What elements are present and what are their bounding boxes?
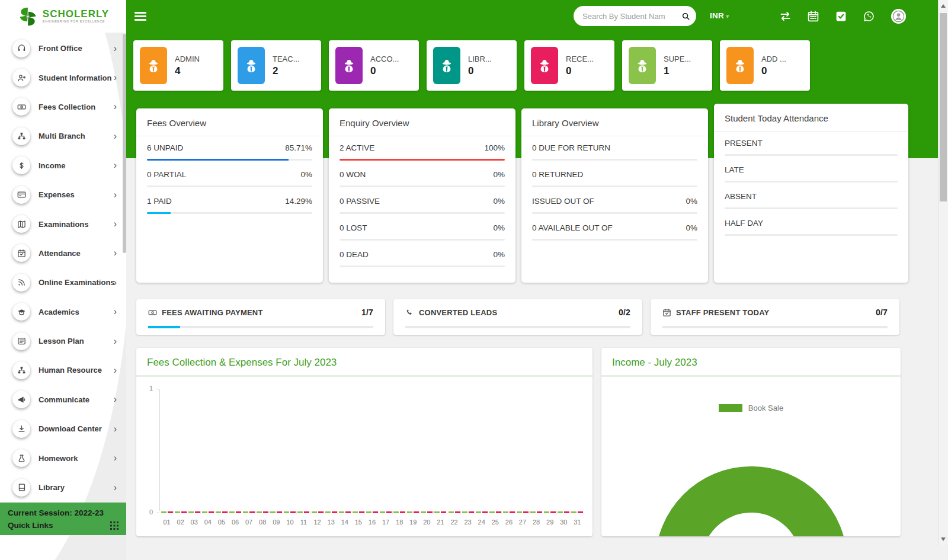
income-chart-card: Income - July 2023 Book Sale (601, 348, 901, 536)
scholerly-logo-icon (17, 6, 39, 27)
menu-icon (12, 69, 30, 87)
sidebar-menu-item[interactable]: Fees Collection (0, 92, 126, 121)
overview-row-item: ISSUED OUT OF0% (532, 190, 697, 216)
tasks-icon[interactable] (835, 10, 847, 23)
zero-value-bars (338, 511, 351, 513)
x-category: 09 (270, 511, 283, 533)
vertical-scrollbar[interactable] (938, 0, 948, 545)
sidebar-scrollbar[interactable] (123, 34, 126, 253)
scroll-up-arrow-icon[interactable] (941, 4, 946, 8)
progress-track (405, 326, 630, 328)
row-label: 0 PARTIAL (147, 170, 186, 179)
scroll-down-arrow-icon[interactable] (941, 537, 946, 541)
sidebar-menu-item[interactable]: Student Information (0, 63, 126, 92)
overview-row-item: 0 PASSIVE0% (340, 190, 505, 216)
stat-card[interactable]: ADMIN 4 (133, 40, 223, 91)
stat-card[interactable]: SUPE... 1 (622, 40, 712, 91)
menu-icon (12, 215, 30, 233)
sidebar-menu-item[interactable]: Income (0, 151, 126, 180)
x-category: 30 (557, 511, 571, 533)
x-tick-label: 18 (393, 519, 406, 526)
x-category: 11 (297, 511, 310, 533)
sidebar-menu-item[interactable]: Online Examinations (0, 268, 126, 297)
sidebar-menu-item[interactable]: Attendance (0, 239, 126, 268)
x-category: 25 (488, 511, 502, 533)
sidebar-menu-item[interactable]: Human Resource (0, 356, 126, 385)
chevron-right-icon (114, 190, 117, 200)
zero-value-bars (502, 511, 515, 513)
role-stat-cards: ADMIN 4 TEAC... 2 ACCO... 0 (133, 40, 810, 91)
x-tick-label: 07 (242, 519, 256, 526)
app-logo[interactable]: SCHOLERLY ENGINEERING FOR EXCELLENCE (0, 0, 126, 33)
sidebar-menu-item[interactable]: Multi Branch (0, 121, 126, 151)
menu-item-label: Examinations (39, 220, 89, 229)
x-tick-label: 17 (379, 519, 393, 526)
donut-slice-book-sale (655, 466, 847, 536)
sidebar-menu-item[interactable]: Academics (0, 297, 126, 327)
sidebar-menu-item[interactable]: Examinations (0, 209, 126, 238)
currency-selector[interactable]: INR▾ (710, 11, 729, 20)
sidebar-menu-item[interactable]: Homework (0, 443, 126, 472)
menu-icon (12, 156, 30, 174)
zero-value-bars (515, 511, 529, 513)
sidebar-menu-item[interactable]: Download Center (0, 414, 126, 443)
stat-label: RECE... (566, 55, 594, 63)
x-category: 28 (530, 511, 543, 533)
menu-icon (12, 332, 30, 350)
row-label: HALF DAY (725, 219, 763, 228)
menu-item-label: Multi Branch (39, 132, 85, 140)
x-category: 27 (515, 511, 529, 533)
y-tick-0: 0 (149, 508, 153, 516)
calendar-icon[interactable] (807, 10, 819, 23)
card-title: Fees Overview (136, 108, 323, 136)
profile-avatar[interactable] (891, 8, 907, 24)
x-tick-label: 24 (475, 519, 488, 526)
x-category: 19 (406, 511, 420, 533)
stat-card[interactable]: LIBR... 0 (427, 40, 517, 91)
chevron-right-icon (114, 366, 117, 375)
stat-card[interactable]: RECE... 0 (524, 40, 614, 91)
hamburger-menu-icon[interactable] (134, 12, 146, 21)
sidebar-menu-item[interactable]: Communicate (0, 385, 126, 414)
kpi-label: CONVERTED LEADS (419, 308, 497, 317)
sidebar-menu-item[interactable]: Front Office (0, 34, 126, 63)
x-tick-label: 08 (256, 519, 270, 526)
stat-card[interactable]: TEAC... 2 (231, 40, 321, 91)
x-tick-label: 25 (488, 519, 502, 526)
stat-card[interactable]: ADD ... 0 (720, 40, 810, 91)
zero-value-bars (228, 511, 242, 513)
card-title: Library Overview (521, 108, 708, 136)
search-icon[interactable] (677, 8, 694, 24)
stat-label: SUPE... (664, 55, 691, 63)
stat-label: ADD ... (761, 55, 786, 63)
quick-links[interactable]: Quick Links (8, 519, 118, 532)
x-category: 03 (187, 511, 201, 533)
stat-value: 1 (664, 65, 691, 77)
overview-row-item: 0 DEAD0% (340, 243, 505, 270)
stat-value: 0 (468, 65, 492, 77)
sidebar-menu-item[interactable]: Expenses (0, 180, 126, 209)
whatsapp-icon[interactable] (863, 10, 875, 23)
row-value: 0% (686, 197, 697, 206)
x-category: 14 (338, 511, 351, 533)
menu-icon (12, 244, 30, 262)
sidebar-menu-item[interactable]: Lesson Plan (0, 327, 126, 356)
x-category: 29 (543, 511, 557, 533)
fees-awaiting-card: FEES AWAITING PAYMENT 1/7 (136, 299, 385, 335)
row-label: 0 LOST (340, 223, 367, 232)
sidebar-menu-item[interactable]: Library (0, 473, 126, 502)
scrollbar-thumb[interactable] (940, 13, 947, 201)
progress-track (340, 159, 505, 161)
bar-chart: 1 0 01 02 03 04 (136, 380, 592, 536)
x-category: 05 (214, 511, 228, 533)
y-axis (159, 389, 160, 511)
exchange-icon[interactable] (779, 10, 792, 23)
sidebar-menu: Front Office Student Information Fees Co… (0, 34, 126, 502)
top-navbar: INR▾ (126, 0, 938, 33)
x-tick-label: 31 (571, 519, 584, 526)
menu-icon (12, 391, 30, 408)
overview-row-item: 0 DUE FOR RETURN (532, 136, 697, 163)
row-value: 0% (493, 197, 505, 206)
stat-card[interactable]: ACCO... 0 (329, 40, 419, 91)
y-tick-1: 1 (149, 385, 153, 392)
